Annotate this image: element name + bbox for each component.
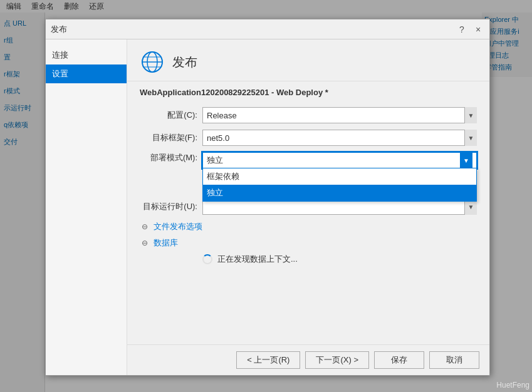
file-publish-icon: ⊖ <box>140 222 150 232</box>
deploy-mode-arrow: ▼ <box>460 152 472 168</box>
next-button[interactable]: 下一页(X) > <box>305 351 369 369</box>
deploy-mode-dropdown: 框架依赖 独立 <box>202 168 477 202</box>
cancel-button[interactable]: 取消 <box>429 351 479 369</box>
target-framework-control: net5.0 net6.0 ▼ <box>202 130 477 146</box>
file-publish-label: 文件发布选项 <box>154 221 202 232</box>
dialog-header-area: 发布 <box>127 39 489 81</box>
config-control: Debug Release ▼ <box>202 107 477 123</box>
deploy-mode-label: 部署模式(M): <box>140 152 202 163</box>
nav-settings[interactable]: 设置 <box>46 64 127 83</box>
deploy-mode-row: 部署模式(M): 独立 ▼ 框架依赖 独立 <box>140 152 477 168</box>
dialog-titlebar: 发布 ? × <box>46 19 489 39</box>
dialog-header-title: 发布 <box>172 54 197 71</box>
publish-dialog: 发布 ? × 连接 设置 <box>45 19 490 376</box>
config-row: 配置(C): Debug Release ▼ <box>140 107 477 123</box>
config-label: 配置(C): <box>140 110 202 121</box>
watermark: HuetFeng <box>496 381 529 389</box>
dialog-footer: < 上一页(R) 下一页(X) > 保存 取消 <box>127 344 489 375</box>
title-actions: ? × <box>456 23 484 36</box>
dialog-title: 发布 <box>51 24 67 35</box>
deploy-mode-control: 独立 ▼ 框架依赖 独立 <box>202 152 477 168</box>
target-framework-label: 目标框架(F): <box>140 132 202 143</box>
deploy-mode-value: 独立 <box>207 155 223 166</box>
database-icon: ⊖ <box>140 238 150 248</box>
deploy-mode-selected[interactable]: 独立 ▼ <box>202 152 477 168</box>
globe-icon <box>140 49 165 75</box>
profile-title: WebApplication120200829225201 - Web Depl… <box>140 88 477 97</box>
dialog-nav: 连接 设置 <box>46 39 127 375</box>
target-runtime-label: 目标运行时(U): <box>140 201 202 212</box>
database-label: 数据库 <box>154 237 178 249</box>
deploy-option-standalone[interactable]: 独立 <box>203 185 476 201</box>
file-publish-section[interactable]: ⊖ 文件发布选项 <box>140 221 477 232</box>
close-button[interactable]: × <box>472 23 484 36</box>
help-button[interactable]: ? <box>456 23 468 36</box>
nav-connection[interactable]: 连接 <box>46 46 127 64</box>
form-area: WebApplication120200829225201 - Web Depl… <box>127 81 489 344</box>
loading-row: 正在发现数据上下文... <box>202 254 477 265</box>
database-section[interactable]: ⊖ 数据库 <box>140 237 477 249</box>
loading-text: 正在发现数据上下文... <box>217 254 298 265</box>
target-framework-row: 目标框架(F): net5.0 net6.0 ▼ <box>140 130 477 146</box>
target-framework-select[interactable]: net5.0 net6.0 <box>202 130 477 146</box>
deploy-option-framework[interactable]: 框架依赖 <box>203 168 476 185</box>
prev-button[interactable]: < 上一页(R) <box>236 351 300 369</box>
config-select[interactable]: Debug Release <box>202 107 477 123</box>
save-button[interactable]: 保存 <box>374 351 424 369</box>
dialog-body: 连接 设置 发布 WebApplicati <box>46 39 489 375</box>
loading-spinner <box>202 254 212 264</box>
dialog-content: 发布 WebApplication120200829225201 - Web D… <box>127 39 489 375</box>
